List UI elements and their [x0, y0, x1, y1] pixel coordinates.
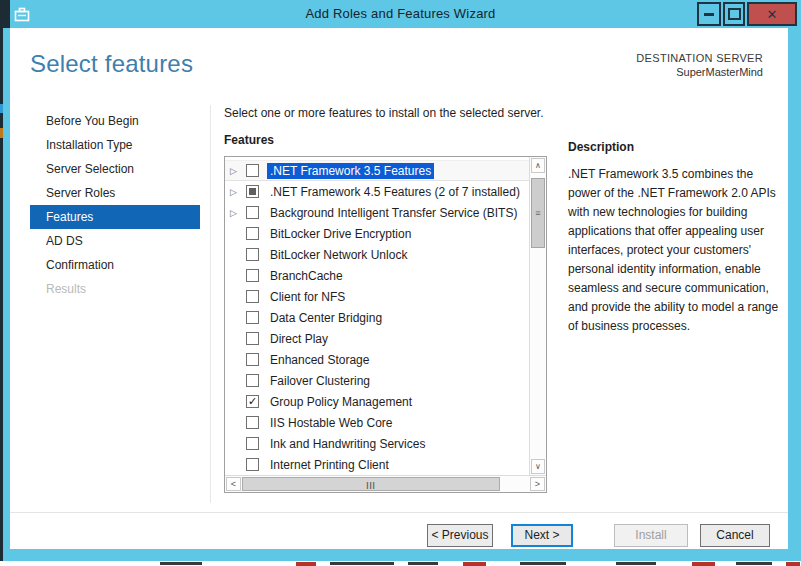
- sliver-red-mark: [786, 562, 800, 566]
- sidebar-item-installation-type[interactable]: Installation Type: [30, 133, 200, 157]
- checkbox-unchecked[interactable]: [246, 248, 259, 261]
- features-listbox[interactable]: ▷.NET Framework 3.5 Features▷.NET Framew…: [224, 156, 547, 493]
- feature-row-background-intelligent-transfer-service-bits[interactable]: ▷Background Intelligent Transfer Service…: [225, 202, 529, 223]
- minimize-icon: [704, 13, 714, 16]
- window-border-left: [3, 28, 10, 561]
- feature-label: Failover Clustering: [267, 373, 373, 389]
- feature-row-client-for-nfs[interactable]: Client for NFS: [225, 286, 529, 307]
- background-window-sliver: [0, 561, 801, 566]
- checkbox-unchecked[interactable]: [246, 290, 259, 303]
- expander-icon[interactable]: ▷: [225, 187, 246, 197]
- feature-label: Group Policy Management: [267, 394, 415, 410]
- previous-button[interactable]: < Previous: [427, 524, 493, 547]
- sidebar-item-server-selection[interactable]: Server Selection: [30, 157, 200, 181]
- sliver-mark: [408, 562, 438, 565]
- sliver-red-mark: [692, 562, 715, 566]
- scroll-down-button[interactable]: ∨: [531, 459, 545, 474]
- window-controls: ✕: [695, 2, 797, 26]
- checkbox-unchecked[interactable]: [246, 353, 259, 366]
- checkbox-unchecked[interactable]: [246, 269, 259, 282]
- feature-row-bitlocker-drive-encryption[interactable]: BitLocker Drive Encryption: [225, 223, 529, 244]
- checkbox-unchecked[interactable]: [246, 416, 259, 429]
- checkbox-unchecked[interactable]: [246, 437, 259, 450]
- title-bar-corner: [0, 0, 10, 28]
- feature-row-net-framework-3-5-features[interactable]: ▷.NET Framework 3.5 Features: [225, 160, 529, 181]
- sidebar-item-before-you-begin[interactable]: Before You Begin: [30, 109, 200, 133]
- feature-label: Direct Play: [267, 331, 331, 347]
- indeterminate-mark: [249, 188, 256, 195]
- sidebar-item-results: Results: [30, 277, 200, 301]
- scroll-right-icon: >: [535, 479, 540, 489]
- feature-label: Internet Printing Client: [267, 457, 392, 473]
- checkbox-unchecked[interactable]: [246, 374, 259, 387]
- sidebar-item-server-roles[interactable]: Server Roles: [30, 181, 200, 205]
- sidebar-item-features[interactable]: Features: [30, 205, 200, 229]
- instruction-text: Select one or more features to install o…: [224, 106, 544, 120]
- grip-icon: ≡: [535, 208, 540, 218]
- feature-row-branchcache[interactable]: BranchCache: [225, 265, 529, 286]
- window-title: Add Roles and Features Wizard: [305, 6, 495, 21]
- vertical-scrollbar[interactable]: ∧ ≡ ∨: [529, 157, 546, 475]
- feature-label: Client for NFS: [267, 289, 348, 305]
- window-border-right: [788, 28, 801, 561]
- wizard-app-icon: [14, 6, 31, 22]
- close-icon: ✕: [767, 8, 778, 21]
- scroll-right-button[interactable]: >: [530, 477, 545, 491]
- features-rows: ▷.NET Framework 3.5 Features▷.NET Framew…: [225, 157, 529, 475]
- scroll-left-icon: <: [231, 479, 236, 489]
- feature-row-data-center-bridging[interactable]: Data Center Bridging: [225, 307, 529, 328]
- feature-row-group-policy-management[interactable]: ✓Group Policy Management: [225, 391, 529, 412]
- checkbox-unchecked[interactable]: [246, 206, 259, 219]
- feature-row-iis-hostable-web-core[interactable]: IIS Hostable Web Core: [225, 412, 529, 433]
- features-list-label: Features: [224, 133, 274, 147]
- checkbox-unchecked[interactable]: [246, 311, 259, 324]
- feature-row-failover-clustering[interactable]: Failover Clustering: [225, 370, 529, 391]
- feature-label: BranchCache: [267, 268, 346, 284]
- destination-server-label: DESTINATION SERVER: [636, 52, 763, 64]
- minimize-button[interactable]: [697, 2, 721, 26]
- title-bar[interactable]: Add Roles and Features Wizard ✕: [0, 0, 801, 28]
- scroll-up-icon: ∧: [535, 161, 541, 170]
- sliver-mark: [520, 562, 566, 565]
- close-button[interactable]: ✕: [747, 2, 797, 26]
- checkbox-unchecked[interactable]: [246, 164, 259, 177]
- feature-label: .NET Framework 3.5 Features: [267, 163, 434, 179]
- scroll-left-button[interactable]: <: [226, 477, 241, 491]
- footer-divider: [10, 512, 788, 513]
- sliver-mark: [616, 562, 656, 565]
- horizontal-scrollbar[interactable]: < ||| >: [225, 475, 546, 492]
- expander-icon[interactable]: ▷: [225, 166, 246, 176]
- sliver-mark: [330, 562, 394, 565]
- next-button[interactable]: Next >: [511, 524, 573, 547]
- checkbox-unchecked[interactable]: [246, 458, 259, 471]
- check-icon: ✓: [248, 396, 257, 407]
- feature-label: Enhanced Storage: [267, 352, 372, 368]
- sidebar-item-confirmation[interactable]: Confirmation: [30, 253, 200, 277]
- maximize-button[interactable]: [723, 2, 745, 26]
- feature-row-ink-and-handwriting-services[interactable]: Ink and Handwriting Services: [225, 433, 529, 454]
- feature-row-direct-play[interactable]: Direct Play: [225, 328, 529, 349]
- feature-row-internet-printing-client[interactable]: Internet Printing Client: [225, 454, 529, 475]
- checkbox-unchecked[interactable]: [246, 227, 259, 240]
- horizontal-scroll-thumb[interactable]: |||: [242, 477, 500, 491]
- feature-row-net-framework-4-5-features-2-of-7-installed[interactable]: ▷.NET Framework 4.5 Features (2 of 7 ins…: [225, 181, 529, 202]
- scroll-up-button[interactable]: ∧: [531, 158, 545, 173]
- install-button: Install: [614, 524, 688, 547]
- checkbox-indeterminate[interactable]: [246, 185, 259, 198]
- feature-row-bitlocker-network-unlock[interactable]: BitLocker Network Unlock: [225, 244, 529, 265]
- scroll-down-icon: ∨: [535, 462, 541, 471]
- sidebar-item-ad-ds[interactable]: AD DS: [30, 229, 200, 253]
- cancel-button[interactable]: Cancel: [700, 524, 770, 547]
- maximize-icon: [728, 8, 741, 20]
- checkbox-unchecked[interactable]: [246, 332, 259, 345]
- wizard-steps: Before You BeginInstallation TypeServer …: [30, 109, 200, 301]
- window-border-bottom: [3, 549, 801, 561]
- destination-server-block: DESTINATION SERVER SuperMasterMind: [636, 52, 763, 78]
- feature-label: Ink and Handwriting Services: [267, 436, 428, 452]
- checkbox-checked[interactable]: ✓: [246, 395, 259, 408]
- expander-icon[interactable]: ▷: [225, 208, 246, 218]
- feature-label: IIS Hostable Web Core: [267, 415, 396, 431]
- feature-row-enhanced-storage[interactable]: Enhanced Storage: [225, 349, 529, 370]
- sliver-red-mark: [296, 562, 316, 566]
- vertical-scroll-thumb[interactable]: ≡: [531, 178, 545, 248]
